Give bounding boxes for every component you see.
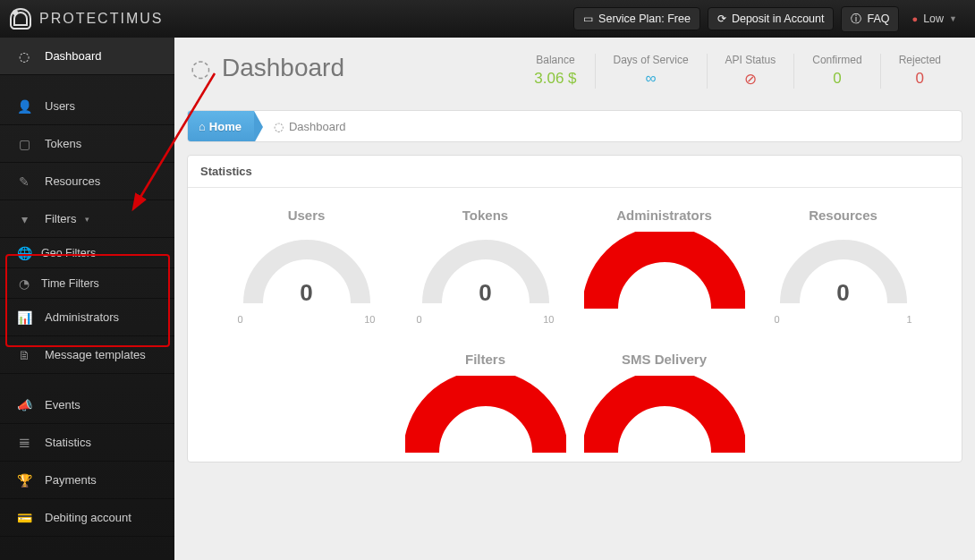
sidebar-item-administrators[interactable]: 📊Administrators	[0, 299, 174, 336]
chevron-down-icon: ▼	[949, 14, 957, 23]
user-menu[interactable]: ● Low ▼	[903, 13, 975, 25]
stat-days: Days of Service∞	[595, 54, 707, 89]
megaphone-icon: 📣	[16, 398, 32, 412]
sidebar-label: Dashboard	[45, 49, 102, 63]
stat-api: API Status⊘	[707, 54, 794, 89]
topbar: PROTECTIMUS ▭Service Plan: Free ⟳Deposit…	[0, 0, 975, 38]
sidebar-item-events[interactable]: 📣Events	[0, 386, 174, 424]
sidebar-item-resources[interactable]: ✎Resources	[0, 163, 174, 200]
stat-balance: Balance3.06 $	[516, 54, 594, 89]
panel-title: Statistics	[188, 156, 962, 188]
header-stats: Balance3.06 $ Days of Service∞ API Statu…	[516, 54, 959, 89]
sidebar-item-dashboard[interactable]: ◌Dashboard	[0, 38, 174, 75]
dashboard-icon: ◌	[16, 49, 32, 64]
sidebar-item-filters[interactable]: ▾Filters▾	[0, 200, 174, 238]
statistics-panel: Statistics Users 0 010 Tokens 0	[187, 155, 962, 462]
bars-icon: 📊	[16, 310, 32, 325]
logo[interactable]: PROTECTIMUS	[0, 0, 174, 38]
clock-icon: ◔	[16, 276, 32, 291]
sidebar-label: Debiting account	[45, 511, 131, 524]
gauge-resources: Resources 0 01	[759, 208, 928, 325]
gauge-filters: Filters	[401, 352, 571, 453]
svg-point-0	[13, 10, 18, 15]
token-icon: ▢	[16, 137, 32, 151]
sidebar: ◌Dashboard 👤Users ▢Tokens ✎Resources ▾Fi…	[0, 38, 174, 560]
sidebar-item-geo-filters[interactable]: 🌐Geo Filters	[0, 238, 174, 268]
sidebar-item-statistics[interactable]: 𝌆Statistics	[0, 424, 174, 462]
refresh-icon: ⟳	[717, 13, 726, 25]
sidebar-item-debiting-account[interactable]: 💳Debiting account	[0, 499, 174, 537]
sidebar-item-message-templates[interactable]: 🗎Message templates	[0, 336, 174, 374]
status-icon: ●	[911, 13, 918, 24]
home-icon: ⌂	[199, 120, 206, 133]
user-icon: 👤	[16, 99, 32, 114]
dashboard-large-icon: ◌	[191, 55, 211, 82]
username: Low	[923, 13, 944, 25]
faq-button[interactable]: ⓘFAQ	[841, 6, 899, 32]
breadcrumb-current: ◌Dashboard	[254, 120, 357, 133]
stat-rejected: Rejected0	[880, 54, 959, 89]
gauge-users: Users 0 010	[222, 208, 392, 325]
breadcrumb-home[interactable]: ⌂Home	[188, 111, 254, 141]
sidebar-label: Filters	[45, 212, 76, 225]
breadcrumb: ⌂Home ◌Dashboard	[187, 110, 962, 142]
ban-icon: ⊘	[725, 70, 776, 89]
sidebar-label: Tokens	[45, 137, 81, 150]
trophy-icon: 🏆	[16, 473, 32, 488]
dashboard-icon: ◌	[274, 120, 284, 133]
money-icon: ▭	[583, 13, 593, 25]
main-content: ◌ Dashboard Balance3.06 $ Days of Servic…	[174, 38, 975, 560]
card-icon: 💳	[16, 511, 32, 525]
sidebar-item-time-filters[interactable]: ◔Time Filters	[0, 268, 174, 299]
gauge-administrators: Administrators	[580, 208, 750, 325]
sidebar-item-payments[interactable]: 🏆Payments	[0, 462, 174, 499]
gauge-sms-delivery: SMS Delivery	[580, 352, 750, 453]
deposit-button[interactable]: ⟳Deposit in Account	[708, 7, 835, 30]
sidebar-label: Users	[45, 99, 75, 113]
gauge-tokens: Tokens 0 010	[401, 208, 571, 325]
faq-label: FAQ	[867, 13, 889, 25]
chart-icon: 𝌆	[16, 436, 32, 450]
stat-confirmed: Confirmed0	[793, 54, 879, 89]
sidebar-item-users[interactable]: 👤Users	[0, 88, 174, 125]
sidebar-label: Time Filters	[41, 277, 99, 290]
page-title-wrap: ◌ Dashboard	[191, 54, 344, 82]
caret-down-icon: ▾	[85, 215, 89, 224]
sidebar-label: Events	[45, 398, 81, 412]
sidebar-label: Message templates	[45, 348, 146, 361]
deposit-label: Deposit in Account	[732, 13, 825, 25]
panel-body: Users 0 010 Tokens 0 010 Adm	[188, 188, 962, 462]
sidebar-item-tokens[interactable]: ▢Tokens	[0, 125, 174, 163]
page-title: Dashboard	[222, 54, 344, 82]
globe-icon: 🌐	[16, 246, 32, 260]
filter-icon: ▾	[16, 212, 32, 226]
sidebar-label: Payments	[45, 473, 97, 487]
sidebar-label: Geo Filters	[41, 247, 96, 259]
sidebar-label: Statistics	[45, 436, 91, 449]
sidebar-label: Administrators	[45, 310, 119, 324]
file-icon: 🗎	[16, 348, 32, 362]
service-plan-button[interactable]: ▭Service Plan: Free	[573, 7, 700, 30]
sidebar-label: Resources	[45, 174, 100, 188]
page-header: ◌ Dashboard Balance3.06 $ Days of Servic…	[187, 38, 962, 98]
info-icon: ⓘ	[851, 12, 861, 27]
logo-text: PROTECTIMUS	[39, 11, 163, 27]
service-plan-label: Service Plan: Free	[598, 13, 691, 25]
edit-icon: ✎	[16, 174, 32, 189]
